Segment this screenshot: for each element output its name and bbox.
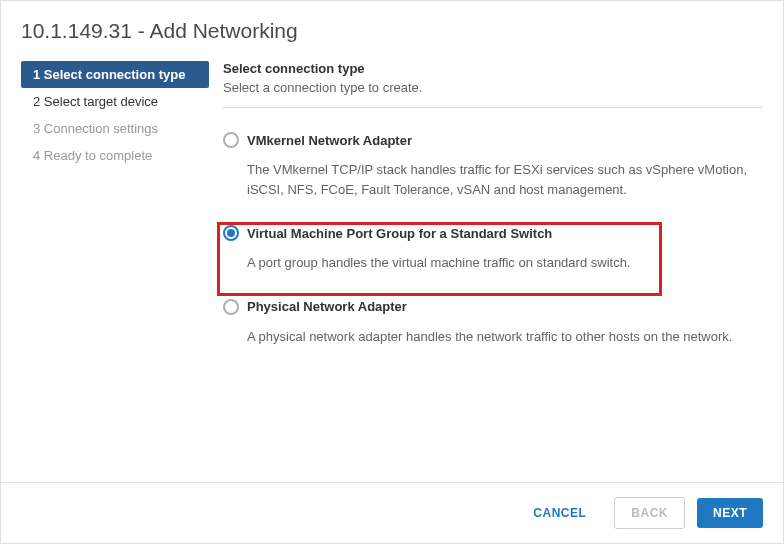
option-desc: A physical network adapter handles the n… <box>223 315 763 351</box>
option-label: VMkernel Network Adapter <box>247 133 412 148</box>
radio-icon[interactable] <box>223 132 239 148</box>
section-subheading: Select a connection type to create. <box>223 80 763 95</box>
radio-icon[interactable] <box>223 225 239 241</box>
option-desc: A port group handles the virtual machine… <box>223 241 763 277</box>
wizard-steps: 1 Select connection type 2 Select target… <box>21 57 209 366</box>
step-2: 2 Select target device <box>21 88 209 115</box>
divider <box>223 107 763 108</box>
dialog-title: 10.1.149.31 - Add Networking <box>1 1 783 57</box>
option-vm-port-group[interactable]: Virtual Machine Port Group for a Standar… <box>223 219 763 293</box>
dialog-footer: CANCEL BACK NEXT <box>1 482 783 543</box>
option-physical-adapter[interactable]: Physical Network Adapter A physical netw… <box>223 293 763 367</box>
option-label: Virtual Machine Port Group for a Standar… <box>247 226 552 241</box>
option-vmkernel[interactable]: VMkernel Network Adapter The VMkernel TC… <box>223 126 763 219</box>
back-button: BACK <box>614 497 685 529</box>
option-label: Physical Network Adapter <box>247 299 407 314</box>
cancel-button[interactable]: CANCEL <box>517 498 602 528</box>
step-1[interactable]: 1 Select connection type <box>21 61 209 88</box>
next-button[interactable]: NEXT <box>697 498 763 528</box>
radio-icon[interactable] <box>223 299 239 315</box>
step-4: 4 Ready to complete <box>21 142 209 169</box>
section-heading: Select connection type <box>223 61 763 76</box>
option-desc: The VMkernel TCP/IP stack handles traffi… <box>223 148 763 203</box>
step-3: 3 Connection settings <box>21 115 209 142</box>
